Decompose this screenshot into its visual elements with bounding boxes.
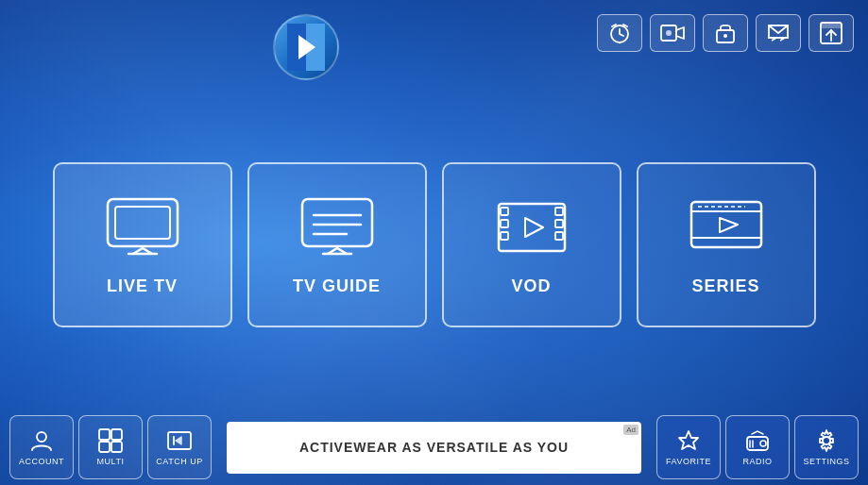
tv-icon	[100, 194, 185, 265]
account-label: ACCOUNT	[19, 458, 64, 467]
series-label: SERIES	[691, 276, 759, 296]
radio-label: RADIO	[742, 458, 772, 467]
svg-point-4	[723, 34, 727, 38]
ad-text: ACTIVEWEAR AS VERSATILE AS YOU	[299, 440, 569, 455]
catchup-button[interactable]: CATCH UP	[147, 415, 212, 479]
svg-rect-21	[555, 232, 563, 240]
top-icons-bar	[597, 9, 854, 52]
top-bar	[0, 0, 868, 80]
msg-icon-button[interactable]	[756, 14, 801, 52]
svg-rect-29	[99, 442, 110, 452]
live-tv-card[interactable]: LIVE TV	[53, 162, 232, 327]
favorite-button[interactable]: FAVORITE	[656, 415, 721, 479]
settings-button[interactable]: SETTINGS	[794, 415, 859, 479]
rec-icon-button[interactable]	[650, 14, 695, 52]
account-button[interactable]: ACCOUNT	[9, 415, 74, 479]
svg-point-2	[666, 30, 672, 36]
svg-rect-22	[691, 202, 761, 247]
tv-guide-label: TV GUIDE	[293, 276, 381, 296]
live-tv-label: LIVE TV	[107, 276, 178, 296]
bottom-bar: ACCOUNT MULTI CA	[0, 410, 868, 485]
vpn-icon-button[interactable]	[703, 14, 748, 52]
ad-banner[interactable]: ACTIVEWEAR AS VERSATILE AS YOU Ad	[227, 422, 641, 474]
svg-rect-16	[501, 208, 508, 215]
ad-badge: Ad	[623, 425, 638, 435]
series-card[interactable]: SERIES	[637, 162, 816, 327]
catchup-label: CATCH UP	[156, 458, 202, 467]
vod-label: VOD	[511, 276, 551, 296]
bottom-left-buttons: ACCOUNT MULTI CA	[9, 415, 212, 479]
settings-label: SETTINGS	[803, 458, 849, 467]
favorite-label: FAVORITE	[666, 458, 711, 467]
app-logo	[273, 14, 339, 80]
svg-rect-17	[501, 220, 508, 227]
svg-rect-30	[111, 442, 122, 452]
update-icon-button[interactable]	[808, 14, 854, 52]
series-icon	[684, 194, 769, 265]
svg-rect-6	[821, 23, 842, 28]
vod-card[interactable]: VOD	[442, 162, 621, 327]
svg-rect-10	[302, 199, 372, 246]
svg-rect-20	[555, 220, 563, 227]
svg-rect-27	[99, 429, 110, 440]
tv-guide-card[interactable]: TV GUIDE	[247, 162, 427, 327]
film-icon	[489, 194, 574, 265]
svg-point-34	[760, 441, 766, 446]
multi-button[interactable]: MULTI	[78, 415, 143, 479]
svg-rect-28	[111, 429, 122, 440]
bottom-right-buttons: FAVORITE RADIO SETTINGS	[656, 415, 859, 479]
guide-icon	[295, 194, 380, 265]
svg-rect-19	[555, 208, 563, 215]
svg-point-26	[37, 432, 46, 442]
multi-label: MULTI	[97, 458, 125, 467]
svg-rect-8	[115, 207, 170, 239]
main-nav-grid: LIVE TV TV GUIDE	[0, 80, 868, 410]
alarm-icon-button[interactable]	[597, 14, 642, 52]
svg-rect-18	[501, 232, 508, 240]
radio-button[interactable]: RADIO	[725, 415, 790, 479]
